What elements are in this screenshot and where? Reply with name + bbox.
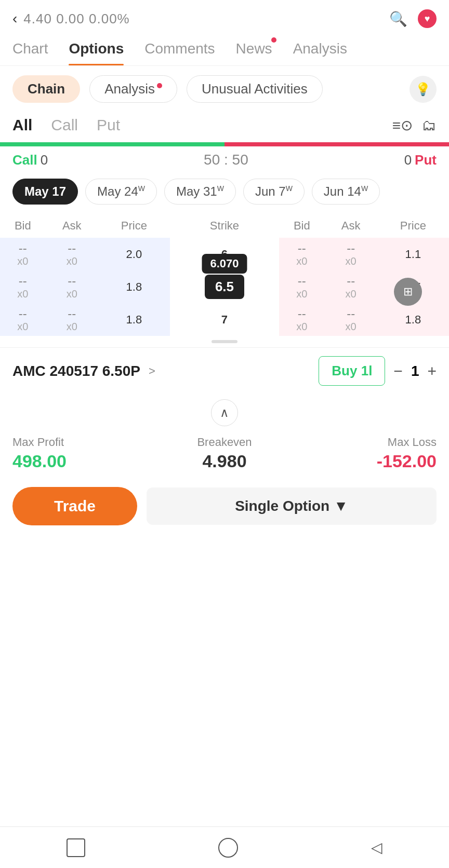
call-price: 2.0 [98, 238, 170, 270]
max-profit-label: Max Profit [12, 436, 154, 449]
put-ask: -- x0 [325, 238, 377, 270]
call-price: 1.8 [98, 270, 170, 303]
put-bid: -- x0 [279, 238, 325, 270]
col-header-bid-call: Bid [0, 214, 46, 238]
copy-icon[interactable]: 🗂 [422, 117, 437, 134]
put-progress [224, 142, 449, 146]
put-price: 1.1 [377, 238, 449, 270]
tab-options[interactable]: Options [69, 32, 124, 65]
nav-circle-icon[interactable] [218, 838, 238, 858]
settings-icon[interactable]: ≡⊙ [392, 117, 413, 134]
call-bid: -- x0 [0, 270, 46, 303]
filter-call[interactable]: Call [51, 116, 78, 134]
table-row[interactable]: -- x0 -- x0 1.8 6.070 6.5 -- x0 -- [0, 270, 449, 303]
date-tab-may31[interactable]: May 31W [164, 179, 236, 205]
buy-button[interactable]: Buy 1l [319, 356, 385, 386]
put-ask: -- x0 [325, 270, 377, 303]
date-tabs: May 17 May 24W May 31W Jun 7W Jun 14W [0, 173, 449, 210]
analysis-dot [157, 83, 162, 88]
put-price: 1.8 [377, 303, 449, 336]
tab-chart[interactable]: Chart [12, 32, 48, 65]
put-bid: -- x0 [279, 303, 325, 336]
trade-bar: AMC 240517 6.50P > Buy 1l − 1 + [0, 347, 449, 394]
put-label: Put [415, 152, 437, 168]
chevron-up-icon: ∧ [220, 405, 229, 420]
max-loss-value: -152.00 [295, 451, 437, 471]
qty-plus-button[interactable]: + [427, 362, 437, 380]
trade-symbol[interactable]: AMC 240517 6.50P [12, 363, 140, 379]
breakeven-label: Breakeven [154, 436, 295, 449]
scroll-dot [212, 340, 237, 343]
max-loss-label: Max Loss [295, 436, 437, 449]
col-header-ask-put: Ask [325, 214, 377, 238]
dropdown-arrow: ▼ [334, 498, 348, 514]
put-bid: -- x0 [279, 270, 325, 303]
back-button[interactable]: ‹ [12, 10, 17, 27]
filter-all[interactable]: All [12, 116, 32, 134]
ratio-value: 50 : 50 [48, 152, 404, 168]
breakeven-value: 4.980 [154, 451, 295, 471]
put-num: 0 [404, 152, 412, 168]
call-bid: -- x0 [0, 303, 46, 336]
col-header-strike: Strike [170, 214, 279, 238]
qty-control: − 1 + [393, 362, 437, 380]
tab-news[interactable]: News [236, 32, 272, 65]
stock-price: 4.40 0.00 0.00% [23, 11, 129, 27]
options-table: Bid Ask Price Strike Bid Ask Price -- x0… [0, 214, 449, 336]
bulb-button[interactable]: 💡 [410, 76, 437, 103]
strike-tooltip: 6.070 [202, 254, 247, 274]
col-header-ask-call: Ask [46, 214, 98, 238]
col-header-price-call: Price [98, 214, 170, 238]
filter-row: All Call Put ≡⊙ 🗂 [0, 112, 449, 142]
call-progress [0, 142, 224, 146]
sub-tab-chain[interactable]: Chain [12, 75, 80, 103]
date-tab-jun14[interactable]: Jun 14W [312, 179, 380, 205]
call-price: 1.8 [98, 303, 170, 336]
date-tab-may17[interactable]: May 17 [12, 179, 78, 205]
stats-row: Max Profit 498.00 Breakeven 4.980 Max Lo… [0, 428, 449, 479]
call-ask: -- x0 [46, 303, 98, 336]
col-header-bid-put: Bid [279, 214, 325, 238]
search-icon[interactable]: 🔍 [389, 10, 407, 28]
sub-tab-unusual[interactable]: Unusual Activities [187, 75, 323, 103]
single-option-button[interactable]: Single Option ▼ [147, 487, 437, 525]
qty-minus-button[interactable]: − [393, 362, 403, 380]
strike-6-5: 6.070 6.5 [170, 270, 279, 303]
heart-button[interactable]: ♥ [418, 9, 437, 28]
nav-back-icon[interactable]: ◁ [371, 839, 382, 856]
call-bid: -- x0 [0, 238, 46, 270]
scroll-indicator [0, 336, 449, 347]
bulb-icon: 💡 [415, 82, 431, 97]
strike-7: 7 [170, 303, 279, 336]
call-label: Call [12, 152, 37, 168]
sub-tab-analysis[interactable]: Analysis [89, 75, 177, 103]
main-tabs: Chart Options Comments News Analysis [0, 32, 449, 66]
max-profit-value: 498.00 [12, 451, 154, 471]
tab-analysis[interactable]: Analysis [293, 32, 347, 65]
chevron-button[interactable]: ∧ [211, 399, 238, 426]
sub-tabs: Chain Analysis Unusual Activities 💡 [0, 66, 449, 112]
table-row[interactable]: -- x0 -- x0 1.8 7 -- x0 -- x0 1.8 [0, 303, 449, 336]
nav-square-icon[interactable] [67, 838, 85, 857]
nav-bar: ◁ [0, 826, 449, 868]
call-num: 0 [41, 152, 48, 168]
date-tab-jun7[interactable]: Jun 7W [243, 179, 305, 205]
trade-symbol-arrow[interactable]: > [149, 364, 155, 378]
copy-badge-icon: ⊞ [403, 285, 413, 299]
ratio-row: Call 0 50 : 50 0 Put [0, 146, 449, 173]
trade-button[interactable]: Trade [12, 487, 137, 525]
col-header-price-put: Price [377, 214, 449, 238]
copy-badge-button[interactable]: ⊞ [394, 278, 422, 306]
tab-comments[interactable]: Comments [144, 32, 215, 65]
chevron-row: ∧ [0, 394, 449, 428]
single-option-label: Single Option [235, 498, 329, 514]
progress-bar [0, 142, 449, 146]
top-bar: ‹ 4.40 0.00 0.00% 🔍 ♥ [0, 0, 449, 32]
date-tab-may24[interactable]: May 24W [85, 179, 157, 205]
qty-value: 1 [411, 363, 419, 379]
filter-put[interactable]: Put [97, 116, 120, 134]
action-row: Trade Single Option ▼ [0, 479, 449, 534]
heart-icon: ♥ [425, 13, 430, 24]
put-ask: -- x0 [325, 303, 377, 336]
call-ask: -- x0 [46, 270, 98, 303]
